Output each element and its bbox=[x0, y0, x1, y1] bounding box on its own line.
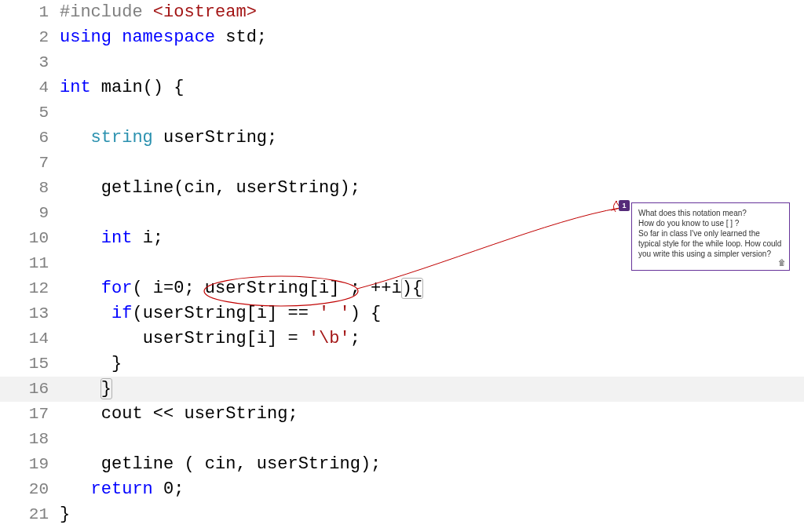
line-number: 7 bbox=[0, 151, 60, 176]
code-line[interactable]: 21 } bbox=[0, 502, 804, 527]
code-line[interactable]: 18 bbox=[0, 427, 804, 452]
code-line[interactable]: 4 int main() { bbox=[0, 75, 804, 100]
comment-annotation[interactable]: 1 What does this notation mean? How do y… bbox=[631, 202, 790, 271]
line-number: 9 bbox=[0, 201, 60, 226]
line-number: 6 bbox=[0, 126, 60, 151]
line-number: 4 bbox=[0, 75, 60, 100]
code-content: userString[i] = '\b'; bbox=[60, 326, 360, 352]
line-number: 1 bbox=[0, 0, 60, 25]
comment-text: So far in class I've only learned the ty… bbox=[638, 228, 783, 259]
line-number: 19 bbox=[0, 452, 60, 477]
code-line[interactable]: 2 using namespace std; bbox=[0, 25, 804, 50]
code-line[interactable]: 20 return 0; bbox=[0, 477, 804, 502]
line-number: 20 bbox=[0, 477, 60, 502]
code-line[interactable]: 13 if(userString[i] == ' ') { bbox=[0, 301, 804, 326]
code-content: } bbox=[60, 502, 70, 527]
code-content: } bbox=[60, 352, 122, 377]
line-number: 18 bbox=[0, 427, 60, 452]
code-content: int i; bbox=[60, 226, 163, 251]
code-line[interactable]: 8 getline(cin, userString); bbox=[0, 176, 804, 201]
line-number: 17 bbox=[0, 402, 60, 427]
code-line[interactable]: 7 bbox=[0, 151, 804, 176]
code-line[interactable]: 19 getline ( cin, userString); bbox=[0, 452, 804, 477]
code-line[interactable]: 5 bbox=[0, 100, 804, 126]
line-number: 10 bbox=[0, 226, 60, 251]
line-number: 21 bbox=[0, 502, 60, 527]
code-content: #include <iostream> bbox=[60, 0, 257, 25]
code-content: string userString; bbox=[60, 126, 277, 151]
code-line-highlighted[interactable]: 16 } bbox=[0, 377, 804, 402]
code-line[interactable]: 14 userString[i] = '\b'; bbox=[0, 326, 804, 352]
line-number: 8 bbox=[0, 176, 60, 201]
code-content: int main() { bbox=[60, 75, 184, 100]
code-content: using namespace std; bbox=[60, 25, 267, 50]
code-content: getline(cin, userString); bbox=[60, 176, 360, 201]
code-line[interactable]: 1 #include <iostream> bbox=[0, 0, 804, 25]
code-content: getline ( cin, userString); bbox=[60, 452, 381, 477]
trash-icon[interactable]: 🗑 bbox=[778, 257, 786, 268]
line-number: 2 bbox=[0, 25, 60, 50]
code-line[interactable]: 12 for( i=0; userString[i] ; ++i){ bbox=[0, 276, 804, 301]
code-content: for( i=0; userString[i] ; ++i){ bbox=[60, 276, 422, 301]
code-line[interactable]: 6 string userString; bbox=[0, 126, 804, 151]
line-number: 13 bbox=[0, 301, 60, 326]
code-line[interactable]: 17 cout << userString; bbox=[0, 402, 804, 427]
line-number: 16 bbox=[0, 377, 60, 402]
comment-text: How do you know to use [ ] ? bbox=[638, 218, 783, 228]
line-number: 5 bbox=[0, 100, 60, 126]
code-content: return 0; bbox=[60, 477, 184, 502]
comment-badge: 1 bbox=[619, 200, 630, 211]
code-content: } bbox=[60, 377, 111, 402]
line-number: 3 bbox=[0, 50, 60, 75]
line-number: 14 bbox=[0, 326, 60, 352]
line-number: 15 bbox=[0, 352, 60, 377]
code-line[interactable]: 15 } bbox=[0, 352, 804, 377]
line-number: 12 bbox=[0, 276, 60, 301]
code-line[interactable]: 3 bbox=[0, 50, 804, 75]
line-number: 11 bbox=[0, 251, 60, 276]
comment-text: What does this notation mean? bbox=[638, 208, 783, 218]
code-content: cout << userString; bbox=[60, 402, 298, 427]
code-content: if(userString[i] == ' ') { bbox=[60, 301, 381, 326]
